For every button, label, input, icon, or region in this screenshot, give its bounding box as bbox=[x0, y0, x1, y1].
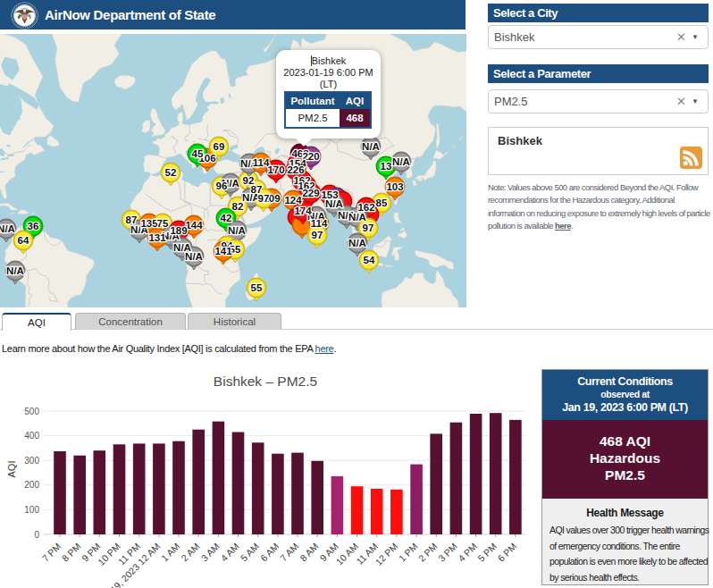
svg-text:13: 13 bbox=[381, 161, 392, 172]
svg-text:64: 64 bbox=[18, 235, 29, 246]
svg-text:97: 97 bbox=[312, 230, 323, 240]
svg-text:85: 85 bbox=[376, 197, 388, 208]
svg-text:400: 400 bbox=[24, 431, 39, 441]
svg-text:N/A: N/A bbox=[0, 223, 15, 234]
svg-text:7 AM: 7 AM bbox=[278, 541, 300, 563]
svg-text:7 PM: 7 PM bbox=[40, 541, 63, 564]
svg-text:AQI: AQI bbox=[6, 461, 17, 478]
svg-text:12 PM: 12 PM bbox=[373, 541, 399, 567]
svg-text:96: 96 bbox=[216, 181, 228, 191]
svg-text:124: 124 bbox=[284, 195, 302, 206]
svg-text:153: 153 bbox=[321, 189, 338, 200]
svg-text:3 PM: 3 PM bbox=[436, 541, 459, 564]
svg-text:45: 45 bbox=[192, 148, 204, 159]
svg-text:174: 174 bbox=[294, 206, 312, 216]
svg-text:200: 200 bbox=[24, 480, 39, 490]
svg-text:135: 135 bbox=[140, 218, 158, 229]
svg-text:100: 100 bbox=[24, 505, 39, 515]
svg-text:N/A: N/A bbox=[228, 225, 246, 236]
svg-text:55: 55 bbox=[251, 282, 263, 293]
svg-text:N/A: N/A bbox=[348, 238, 366, 248]
svg-text:3 AM: 3 AM bbox=[198, 541, 221, 563]
svg-text:10 AM: 10 AM bbox=[333, 541, 360, 567]
svg-text:N/A: N/A bbox=[6, 265, 24, 276]
svg-text:N/A: N/A bbox=[392, 156, 410, 167]
svg-text:97: 97 bbox=[363, 223, 374, 233]
svg-text:131: 131 bbox=[148, 232, 166, 243]
svg-text:5 PM: 5 PM bbox=[475, 541, 499, 564]
svg-text:Bishkek – PM2.5: Bishkek – PM2.5 bbox=[214, 374, 317, 389]
svg-text:141: 141 bbox=[214, 246, 232, 256]
svg-text:N/A: N/A bbox=[185, 251, 203, 262]
svg-text:8 AM: 8 AM bbox=[298, 541, 320, 563]
svg-text:2 PM: 2 PM bbox=[416, 541, 440, 564]
svg-text:5 AM: 5 AM bbox=[239, 541, 261, 563]
svg-text:82: 82 bbox=[232, 201, 244, 212]
svg-text:1 PM: 1 PM bbox=[397, 541, 420, 564]
svg-text:500: 500 bbox=[24, 407, 39, 416]
svg-text:4 PM: 4 PM bbox=[456, 541, 479, 564]
svg-text:75: 75 bbox=[157, 218, 169, 229]
svg-text:6 PM: 6 PM bbox=[495, 541, 518, 564]
svg-text:69: 69 bbox=[214, 141, 225, 152]
svg-text:144: 144 bbox=[185, 220, 203, 231]
svg-text:189: 189 bbox=[170, 225, 187, 236]
svg-text:8 PM: 8 PM bbox=[60, 541, 83, 564]
svg-text:N/A: N/A bbox=[348, 212, 366, 223]
svg-text:52: 52 bbox=[165, 167, 177, 178]
svg-text:103: 103 bbox=[386, 181, 403, 192]
svg-text:2 AM: 2 AM bbox=[179, 541, 201, 563]
svg-text:6 AM: 6 AM bbox=[258, 541, 281, 563]
svg-text:36: 36 bbox=[28, 221, 39, 231]
svg-text:4 AM: 4 AM bbox=[219, 541, 241, 563]
svg-text:229: 229 bbox=[302, 188, 319, 198]
svg-text:170: 170 bbox=[267, 164, 284, 175]
svg-text:97: 97 bbox=[258, 193, 270, 204]
svg-text:0: 0 bbox=[34, 530, 39, 540]
svg-text:10 PM: 10 PM bbox=[96, 541, 122, 567]
svg-text:300: 300 bbox=[24, 456, 39, 466]
svg-text:1 AM: 1 AM bbox=[159, 541, 181, 563]
svg-text:54: 54 bbox=[364, 255, 375, 265]
svg-text:N/A: N/A bbox=[362, 141, 380, 152]
svg-text:42: 42 bbox=[221, 213, 232, 223]
svg-text:226: 226 bbox=[287, 164, 304, 175]
svg-text:114: 114 bbox=[311, 218, 328, 229]
